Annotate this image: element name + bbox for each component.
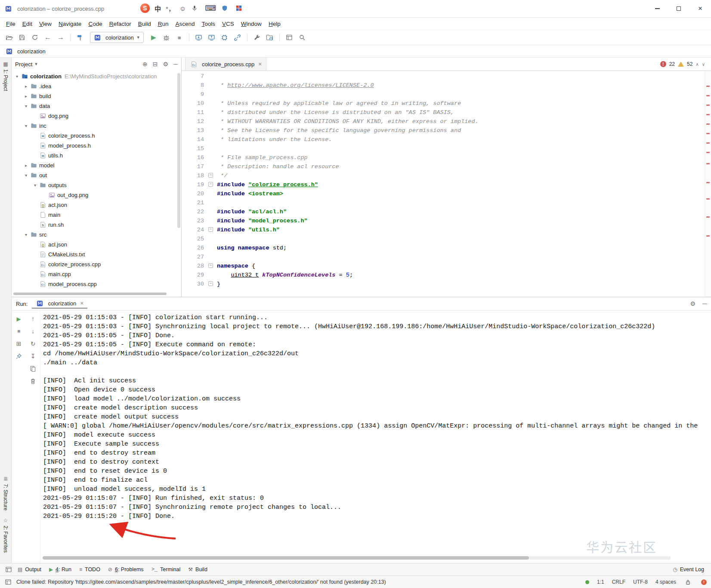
menu-edit[interactable]: Edit [19, 19, 36, 28]
tree-item-data[interactable]: ▾data [12, 101, 181, 111]
menu-help[interactable]: Help [265, 19, 284, 28]
back-icon[interactable]: ← [42, 32, 53, 43]
notification-icon[interactable]: ! [701, 579, 707, 585]
console-output[interactable]: 2021-05-29 01:15:03 - [INFO] colorizatio… [40, 311, 711, 563]
fold-marker-icon[interactable]: − [208, 263, 213, 268]
tree-item-colorize-process-h[interactable]: Hcolorize_process.h [12, 131, 181, 141]
tree-item-idea[interactable]: ▸.idea [12, 81, 181, 91]
caret-position[interactable]: 1:1 [597, 579, 604, 585]
chevron-collapsed-icon[interactable]: ▸ [22, 163, 30, 168]
device-upload-icon[interactable] [206, 32, 217, 43]
stop-process-button[interactable]: ■ [15, 327, 23, 335]
code-line[interactable]: * limitations under the License. [217, 135, 705, 144]
chevron-expanded-icon[interactable]: ▾ [31, 183, 39, 188]
status-message[interactable]: Clone failed: Repository 'https://gitee.… [16, 579, 386, 585]
menu-tools[interactable]: Tools [198, 19, 219, 28]
chevron-expanded-icon[interactable]: ▾ [13, 74, 21, 79]
error-stripe-mark[interactable] [706, 216, 710, 218]
hide-panel-icon[interactable]: ─ [173, 61, 178, 68]
ime-keyboard-icon[interactable]: ⌨ [205, 3, 216, 13]
tree-item-cmakelists-txt[interactable]: CMakeLists.txt [12, 249, 181, 259]
project-structure-icon[interactable] [264, 32, 275, 43]
code-line[interactable]: #include "model_process.h" [217, 216, 705, 225]
chevron-expanded-icon[interactable]: ▾ [22, 173, 30, 178]
ime-language-toggle[interactable]: 中 [155, 4, 161, 13]
menu-run[interactable]: Run [155, 19, 172, 28]
menu-window[interactable]: Window [238, 19, 265, 28]
code-line[interactable]: namespace { [217, 262, 705, 271]
soft-wrap-icon[interactable]: ↻ [29, 340, 37, 348]
project-panel-title[interactable]: Project [15, 61, 32, 68]
indent-setting[interactable]: 4 spaces [655, 579, 676, 585]
chevron-collapsed-icon[interactable]: ▸ [22, 84, 30, 89]
breadcrumb[interactable]: colorization [17, 48, 46, 55]
clear-console-icon[interactable] [29, 377, 37, 385]
minimize-button[interactable] [646, 0, 668, 17]
project-tree-vscrollbar[interactable] [177, 73, 180, 228]
code-line[interactable]: #include "acl/acl.h" [217, 207, 705, 216]
tree-item-colorization[interactable]: ▾colorizationE:\MyMindStudioProjects\col… [12, 71, 181, 81]
editor-tab[interactable]: C+ colorize_process.cpp × [185, 58, 266, 71]
fold-marker-icon[interactable]: − [208, 281, 213, 286]
tool-button-build[interactable]: ⚒Build [184, 565, 211, 574]
tree-item-build[interactable]: ▸build [12, 91, 181, 101]
error-stripe[interactable] [705, 71, 711, 297]
chevron-expanded-icon[interactable]: ▾ [22, 123, 30, 128]
run-tab[interactable]: colorization × [32, 299, 87, 309]
model-converter-icon[interactable] [219, 32, 230, 43]
tool-button-6-problems[interactable]: ⊘6: Problems [104, 565, 148, 574]
hide-panel-icon[interactable]: ─ [702, 300, 707, 307]
pin-tab-icon[interactable] [15, 352, 23, 360]
code-line[interactable]: * File sample_process.cpp [217, 153, 705, 162]
code-line[interactable]: #include "colorize_process.h" [217, 180, 705, 189]
tree-item-dog-png[interactable]: dog.png [12, 111, 181, 121]
tree-item-run-sh[interactable]: $run.sh [12, 220, 181, 230]
error-stripe-mark[interactable] [706, 86, 710, 87]
code-lines[interactable]: * http://www.apache.org/licenses/LICENSE… [216, 71, 705, 297]
event-log-button[interactable]: ◷ Event Log [673, 566, 707, 573]
code-line[interactable] [217, 198, 705, 207]
fold-marker-icon[interactable]: − [208, 173, 213, 178]
error-stripe-mark[interactable] [706, 152, 710, 153]
project-tool-button[interactable]: ▦ 1: Project [3, 61, 9, 91]
close-run-tab-icon[interactable]: × [80, 300, 83, 307]
build-project-icon[interactable] [74, 32, 86, 43]
ime-tray-shield-icon[interactable] [221, 5, 229, 12]
code-line[interactable] [217, 252, 705, 262]
menu-code[interactable]: Code [85, 19, 105, 28]
error-stripe-mark[interactable] [706, 114, 710, 115]
maximize-button[interactable] [668, 0, 689, 17]
readonly-lock-icon[interactable] [684, 579, 692, 585]
tool-button-todo[interactable]: ≡TODO [75, 565, 104, 574]
open-file-icon[interactable] [3, 32, 15, 43]
tree-item-main[interactable]: main [12, 210, 181, 220]
forward-icon[interactable]: → [55, 32, 66, 43]
error-stripe-mark[interactable] [706, 235, 710, 237]
error-stripe-mark[interactable] [706, 105, 710, 106]
ime-emoji-icon[interactable]: ☺ [179, 5, 186, 12]
tree-item-outputs[interactable]: ▾outputs [12, 180, 181, 190]
menu-build[interactable]: Build [135, 19, 155, 28]
warning-count[interactable]: 52 [687, 61, 692, 67]
close-button[interactable]: × [689, 0, 711, 17]
code-line[interactable]: * See the License for the specific langu… [217, 126, 705, 135]
menu-file[interactable]: File [3, 19, 19, 28]
sogou-logo-icon[interactable]: S [140, 3, 150, 13]
up-stack-icon[interactable]: ↑ [29, 315, 37, 323]
remote-link-icon[interactable] [232, 32, 243, 43]
code-line[interactable]: * distributed under the License is distr… [217, 108, 705, 117]
error-stripe-mark[interactable] [706, 123, 710, 125]
tool-window-quick-access-icon[interactable] [4, 578, 12, 586]
code-line[interactable] [217, 90, 705, 99]
error-count[interactable]: 22 [669, 61, 675, 67]
tree-item-model-process-h[interactable]: Hmodel_process.h [12, 141, 181, 151]
code-line[interactable] [217, 72, 705, 81]
ime-punctuation-toggle[interactable]: °， [166, 4, 175, 13]
error-stripe-mark[interactable] [706, 198, 710, 200]
tree-item-model[interactable]: ▸model [12, 160, 181, 170]
error-stripe-mark[interactable] [706, 163, 710, 164]
code-line[interactable]: #include "utils.h" [217, 225, 705, 234]
tree-item-inc[interactable]: ▾inc [12, 121, 181, 131]
locate-file-icon[interactable]: ⊕ [142, 61, 148, 68]
down-stack-icon[interactable]: ↓ [29, 327, 37, 335]
